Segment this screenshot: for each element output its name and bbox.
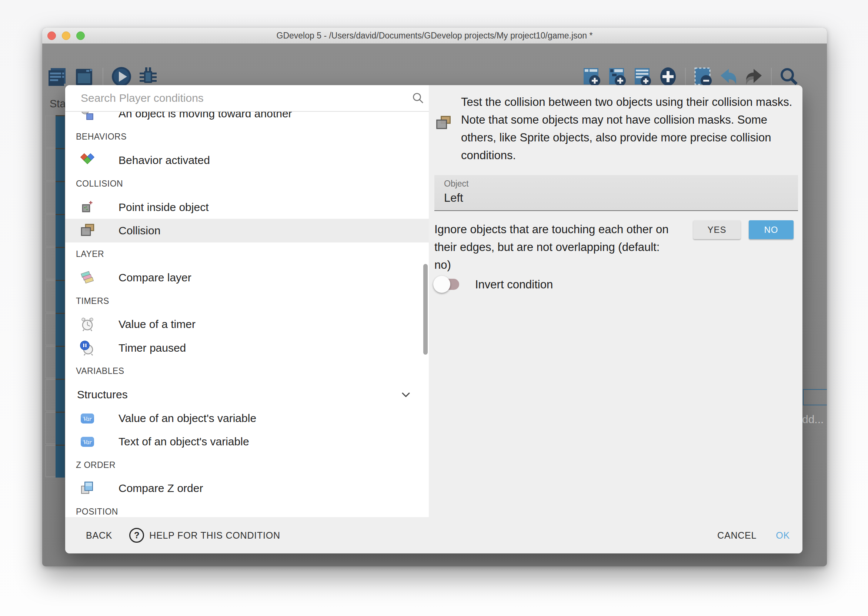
- event-row: [45, 445, 65, 478]
- yes-button[interactable]: YES: [693, 220, 741, 239]
- toolbar-right: [581, 66, 799, 87]
- scene-editor-icon[interactable]: [74, 66, 95, 87]
- variable-icon: Var: [79, 410, 96, 426]
- list-section-header: TIMERS: [65, 289, 429, 313]
- list-item-label: Compare Z order: [118, 482, 203, 495]
- events-sheet-strip: [45, 115, 65, 478]
- list-item[interactable]: Compare Z order: [65, 477, 429, 500]
- delete-event-icon[interactable]: [692, 66, 714, 87]
- ok-button[interactable]: OK: [774, 530, 792, 541]
- cancel-button[interactable]: CANCEL: [715, 530, 759, 541]
- add-subevent-icon[interactable]: [606, 66, 628, 87]
- dialog-footer: BACK ? HELP FOR THIS CONDITION CANCEL OK: [65, 517, 802, 553]
- behavior-icon: [79, 152, 96, 168]
- titlebar: GDevelop 5 - /Users/david/Documents/GDev…: [42, 28, 827, 44]
- toolbar-separator: [102, 68, 103, 85]
- compare-layer-icon: [79, 269, 96, 286]
- window-title: GDevelop 5 - /Users/david/Documents/GDev…: [42, 31, 827, 41]
- project-manager-icon[interactable]: [47, 66, 69, 87]
- event-row: [45, 346, 65, 379]
- event-row: [45, 214, 65, 247]
- add-comment-icon[interactable]: [632, 66, 653, 87]
- list-item-label: Text of an object's variable: [118, 435, 249, 448]
- list-item[interactable]: Value of a timer: [65, 313, 429, 336]
- timer-paused-icon: [79, 340, 96, 356]
- help-button-label: HELP FOR THIS CONDITION: [149, 530, 280, 541]
- list-scrollbar[interactable]: [423, 264, 428, 355]
- editor-content-dimmed: Sta dd... An object is moving toward ano…: [42, 44, 827, 566]
- list-section-header: BEHAVIORS: [65, 125, 429, 148]
- add-action-truncated-text: dd...: [802, 413, 824, 426]
- list-item[interactable]: Timer paused: [65, 336, 429, 360]
- object-field-value: Left: [444, 192, 463, 205]
- list-section-header: VARIABLES: [65, 360, 429, 383]
- search-events-icon[interactable]: [778, 66, 799, 87]
- list-item-selected[interactable]: Collision: [65, 219, 429, 242]
- list-item-label: Compare layer: [118, 271, 192, 284]
- svg-text:Var: Var: [83, 415, 92, 423]
- svg-text:Var: Var: [83, 439, 92, 446]
- list-section-header: COLLISION: [65, 172, 429, 195]
- toolbar-separator: [685, 68, 686, 85]
- event-row: [45, 379, 65, 412]
- group-label: Structures: [77, 388, 128, 401]
- object-field-label: Object: [444, 179, 469, 189]
- debug-icon[interactable]: [137, 66, 159, 87]
- list-section-header: Z ORDER: [65, 453, 429, 476]
- list-item-label: Timer paused: [118, 342, 186, 354]
- list-item-label: Behavior activated: [118, 154, 210, 167]
- event-row: [45, 280, 65, 313]
- event-row: [45, 247, 65, 280]
- condition-editor-dialog: An object is moving toward anotherBEHAVI…: [65, 85, 802, 553]
- collision-icon: [79, 223, 96, 239]
- list-item[interactable]: VarValue of an object's variable: [65, 407, 429, 430]
- add-new-icon[interactable]: [657, 66, 679, 87]
- timer-icon: [79, 316, 96, 332]
- list-item[interactable]: Compare layer: [65, 266, 429, 289]
- list-item-label: Value of an object's variable: [118, 412, 256, 424]
- list-item-label: Point inside object: [118, 201, 209, 214]
- ignore-edges-label: Ignore objects that are touching each ot…: [434, 221, 675, 274]
- event-action-box: [803, 389, 827, 405]
- event-row: [45, 115, 65, 148]
- event-row: [45, 412, 65, 445]
- help-button[interactable]: ? HELP FOR THIS CONDITION: [129, 528, 280, 543]
- back-button[interactable]: BACK: [84, 530, 115, 541]
- chevron-down-icon[interactable]: [400, 389, 412, 401]
- event-row: [45, 313, 65, 346]
- toggle-knob: [433, 276, 450, 293]
- list-item[interactable]: Behavior activated: [65, 149, 429, 172]
- object-field[interactable]: Object Left: [434, 175, 798, 211]
- condition-description: Test the collision between two objects u…: [461, 93, 799, 164]
- add-event-icon[interactable]: [581, 66, 602, 87]
- toolbar-left: [47, 66, 159, 87]
- play-icon[interactable]: [111, 66, 132, 87]
- collision-icon: [434, 115, 452, 132]
- variable-icon: Var: [79, 434, 96, 450]
- point-inside-icon: [79, 199, 96, 215]
- condition-list-panel: An object is moving toward anotherBEHAVI…: [65, 85, 429, 517]
- help-circle-icon: ?: [129, 528, 144, 543]
- search-icon: [412, 92, 425, 104]
- search-bar: [65, 85, 429, 112]
- condition-list: An object is moving toward anotherBEHAVI…: [65, 102, 429, 517]
- list-section-header: LAYER: [65, 242, 429, 266]
- invert-condition-label: Invert condition: [475, 278, 553, 291]
- search-input[interactable]: [80, 89, 400, 107]
- list-item[interactable]: Point inside object: [65, 195, 429, 219]
- redo-icon[interactable]: [743, 66, 765, 87]
- list-group-structures[interactable]: Structures: [65, 383, 429, 407]
- undo-icon[interactable]: [718, 66, 739, 87]
- list-item[interactable]: VarText of an object's variable: [65, 430, 429, 453]
- no-button[interactable]: NO: [749, 220, 794, 239]
- condition-detail-panel: Test the collision between two objects u…: [429, 85, 802, 553]
- list-item-label: Collision: [118, 224, 160, 237]
- event-row: [45, 181, 65, 214]
- compare-zorder-icon: [79, 480, 96, 497]
- event-row: [45, 148, 65, 181]
- app-window: GDevelop 5 - /Users/david/Documents/GDev…: [42, 28, 827, 566]
- invert-condition-toggle[interactable]: [436, 279, 459, 290]
- list-section-header: POSITION: [65, 500, 429, 517]
- list-item-label: Value of a timer: [118, 318, 195, 331]
- toolbar-separator: [771, 68, 772, 85]
